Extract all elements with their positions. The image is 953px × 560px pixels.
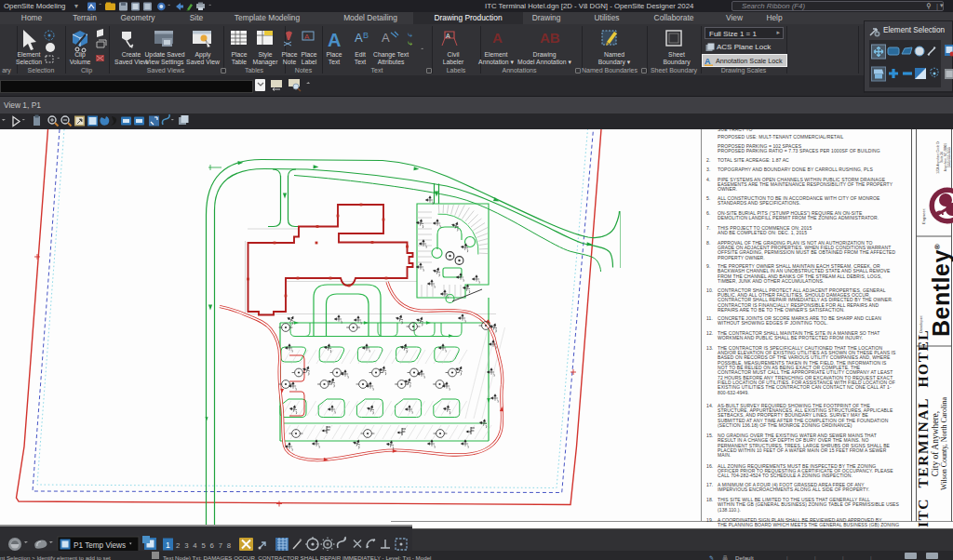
svg-text:A: A xyxy=(304,33,310,41)
svg-text:AB: AB xyxy=(540,30,560,46)
svg-text:B: B xyxy=(363,31,369,40)
svg-text:A: A xyxy=(355,31,363,45)
svg-text:2345678: 2345678 xyxy=(176,540,235,549)
svg-text:P1 Temp Views: P1 Temp Views xyxy=(74,540,126,549)
svg-text:A: A xyxy=(446,33,450,39)
svg-text:1: 1 xyxy=(166,540,170,549)
svg-text:A: A xyxy=(382,31,390,45)
svg-text:A: A xyxy=(492,30,503,46)
svg-text:A: A xyxy=(328,30,341,50)
svg-text:⤷: ⤷ xyxy=(408,38,412,47)
